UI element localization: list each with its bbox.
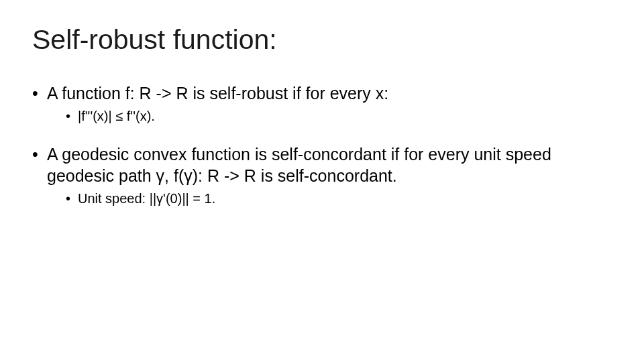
bullet-text: A geodesic convex function is self-conco… xyxy=(47,145,551,186)
bullet-item-2: A geodesic convex function is self-conco… xyxy=(32,143,612,207)
slide: Self-robust function: A function f: R ->… xyxy=(0,0,644,362)
sub-bullet-list-1: |f'''(x)| ≤ f''(x). xyxy=(47,107,612,125)
slide-title: Self-robust function: xyxy=(32,24,612,56)
bullet-list: A function f: R -> R is self-robust if f… xyxy=(32,82,612,207)
sub-bullet-list-2: Unit speed: ||γ'(0)|| = 1. xyxy=(47,190,612,207)
sub-bullet-item-2: Unit speed: ||γ'(0)|| = 1. xyxy=(66,190,612,207)
sub-bullet-item-1: |f'''(x)| ≤ f''(x). xyxy=(66,107,612,125)
bullet-item-1: A function f: R -> R is self-robust if f… xyxy=(32,82,612,125)
sub-bullet-text: |f'''(x)| ≤ f''(x). xyxy=(78,109,155,123)
bullet-text: A function f: R -> R is self-robust if f… xyxy=(47,84,388,103)
sub-bullet-text: Unit speed: ||γ'(0)|| = 1. xyxy=(78,191,215,206)
